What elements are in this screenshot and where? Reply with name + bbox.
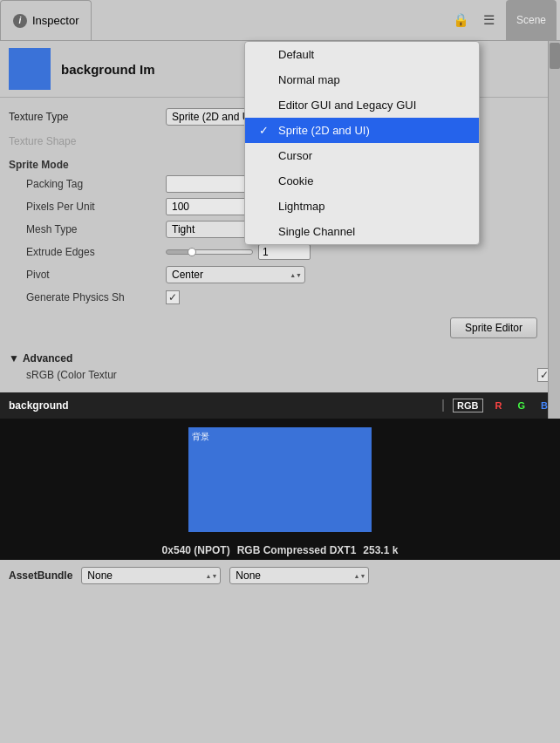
pivot-dropdown-wrap[interactable]: Center	[166, 266, 305, 283]
asset-name: background Im	[61, 62, 155, 77]
lock-icon[interactable]: 🔒	[450, 9, 473, 31]
info-icon: i	[13, 14, 27, 28]
checkmark-sprite-2d: ✓	[259, 124, 271, 137]
asset-bundle-select-1[interactable]: None	[81, 567, 221, 584]
pivot-select[interactable]: Center	[166, 266, 305, 283]
sprite-editor-button[interactable]: Sprite Editor	[450, 317, 537, 338]
scroll-thumb[interactable]	[550, 43, 560, 69]
inspector-tab[interactable]: i Inspector	[0, 0, 92, 40]
advanced-header[interactable]: ▼ Advanced	[9, 352, 551, 365]
dropdown-item-normal-map[interactable]: Normal map	[245, 67, 479, 92]
advanced-arrow-icon: ▼	[9, 352, 19, 365]
advanced-section: ▼ Advanced sRGB (Color Textur ✓	[0, 349, 560, 389]
mesh-type-label: Mesh Type	[26, 223, 166, 235]
advanced-label: Advanced	[23, 352, 72, 365]
generate-physics-checkbox[interactable]: ✓	[166, 290, 180, 304]
image-format: RGB Compressed DXT1	[237, 544, 357, 556]
asset-bundle-dropdown-1-wrap[interactable]: None	[81, 567, 221, 584]
image-size: 253.1 k	[363, 544, 398, 556]
color-bar: background RGB R G B	[0, 392, 560, 419]
generate-physics-row: Generate Physics Sh ✓	[9, 288, 551, 307]
dropdown-item-editor-gui[interactable]: Editor GUI and Legacy GUI	[245, 92, 479, 118]
dropdown-item-single-channel-label: Single Channel	[278, 225, 355, 238]
inspector-label: Inspector	[32, 14, 79, 27]
dropdown-item-cookie-label: Cookie	[278, 174, 313, 187]
texture-type-label: Texture Type	[9, 111, 166, 123]
srgb-label: sRGB (Color Textur	[26, 369, 537, 381]
top-bar: i Inspector 🔒 ☰ Scene	[0, 0, 560, 41]
texture-shape-label: Texture Shape	[9, 135, 166, 147]
image-info-bar: 0x540 (NPOT) RGB Compressed DXT1 253.1 k	[0, 541, 560, 560]
asset-thumbnail	[9, 48, 51, 90]
extrude-edges-slider-thumb[interactable]	[188, 248, 196, 256]
asset-bundle-dropdown-2-wrap[interactable]: None	[229, 567, 369, 584]
scene-label: Scene	[516, 14, 546, 26]
dropdown-item-single-channel[interactable]: Single Channel	[245, 219, 479, 244]
preview-kanji-text: 背景	[192, 431, 209, 443]
preview-image: 背景	[188, 427, 372, 532]
dropdown-item-lightmap[interactable]: Lightmap	[245, 194, 479, 219]
image-dimensions: 0x540 (NPOT)	[162, 544, 230, 556]
dropdown-item-lightmap-label: Lightmap	[278, 200, 324, 213]
generate-physics-label: Generate Physics Sh	[26, 291, 166, 303]
extrude-edges-value[interactable]	[258, 244, 311, 260]
dropdown-item-cursor-label: Cursor	[278, 149, 312, 162]
asset-bundle-row: AssetBundle None None	[0, 560, 560, 591]
dropdown-item-default-label: Default	[278, 48, 314, 61]
menu-icon[interactable]: ☰	[478, 9, 501, 31]
g-channel-button[interactable]: G	[514, 399, 529, 412]
pivot-label: Pivot	[26, 269, 166, 281]
image-preview: 背景	[0, 419, 560, 541]
rgb-button[interactable]: RGB	[453, 399, 482, 412]
pivot-row: Pivot Center	[9, 265, 551, 284]
extrude-edges-row: Extrude Edges	[9, 242, 551, 262]
scene-tab[interactable]: Scene	[506, 0, 557, 41]
dropdown-item-editor-gui-label: Editor GUI and Legacy GUI	[278, 99, 416, 112]
dropdown-item-cookie[interactable]: Cookie	[245, 168, 479, 194]
texture-type-dropdown-menu: Default Normal map Editor GUI and Legacy…	[244, 41, 480, 245]
extrude-edges-label: Extrude Edges	[26, 246, 166, 258]
packing-tag-label: Packing Tag	[26, 178, 166, 190]
asset-bundle-label: AssetBundle	[9, 569, 72, 582]
dropdown-item-sprite-2d-label: Sprite (2D and UI)	[278, 124, 370, 137]
extrude-edges-slider-row	[166, 244, 311, 260]
asset-bundle-select-2[interactable]: None	[229, 567, 369, 584]
r-channel-button[interactable]: R	[492, 399, 506, 412]
color-bar-label: background	[9, 399, 434, 412]
pixels-per-unit-label: Pixels Per Unit	[26, 201, 166, 213]
srgb-row: sRGB (Color Textur ✓	[9, 368, 551, 382]
dropdown-item-sprite-2d[interactable]: ✓ Sprite (2D and UI)	[245, 118, 479, 143]
dropdown-item-normal-map-label: Normal map	[278, 73, 340, 86]
extrude-edges-slider-track[interactable]	[166, 249, 253, 255]
top-bar-right: 🔒 ☰ Scene	[450, 0, 560, 41]
dropdown-item-cursor[interactable]: Cursor	[245, 143, 479, 168]
dropdown-item-default[interactable]: Default	[245, 42, 479, 67]
color-bar-separator	[442, 399, 444, 412]
